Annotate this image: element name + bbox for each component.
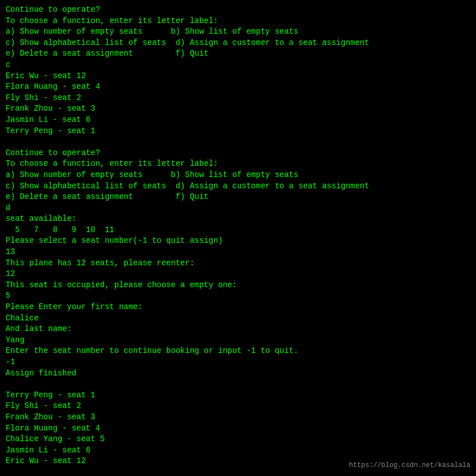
terminal-line: Please select a seat number(-1 to quit a… [6,236,223,245]
terminal-line: Terry Peng - seat 1 [6,391,96,400]
watermark: https://blog.csdn.net/kasalala [349,461,470,470]
terminal-line: 12 [6,269,15,278]
terminal-line: c) Show alphabetical list of seats d) As… [6,182,369,191]
terminal-line: e) Delete a seat assignment f) Quit [6,192,208,201]
terminal-line: Fly Shi - seat 2 [6,401,81,410]
terminal-line: -1 [6,357,15,366]
terminal-line: Enter the seat number to continue bookin… [6,346,298,355]
terminal-line: Fly Shi - seat 2 [6,93,81,102]
terminal-line: Frank Zhou - seat 3 [6,412,96,421]
terminal-line: c [6,60,10,69]
terminal-line: c) Show alphabetical list of seats d) As… [6,38,369,47]
terminal-line: Assign finished [6,369,76,378]
terminal-line: 13 [6,247,15,256]
terminal-line: Terry Peng - seat 1 [6,126,96,135]
terminal-line: And last name: [6,324,72,333]
terminal-line: Flora Huang - seat 4 [6,82,100,91]
terminal-line: This plane has 12 seats, please reenter: [6,259,194,268]
terminal-line: To choose a function, enter its letter l… [6,159,218,168]
terminal-output: Continue to operate? To choose a functio… [6,4,470,467]
terminal-line: Jasmin Li - seat 6 [6,446,90,455]
terminal-line: Continue to operate? [6,148,100,157]
terminal-line: 5 [6,291,10,300]
terminal-line: Eric Wu - seat 12 [6,456,86,465]
terminal-line: seat available: [6,214,76,223]
terminal-line: Please Enter your first name: [6,302,143,311]
terminal-line: Continue to operate? [6,5,100,14]
terminal-line: Chalice [6,314,39,323]
terminal-line: a) Show number of empty seats b) Show li… [6,170,298,179]
terminal-line: Chalice Yang - seat 5 [6,434,105,443]
terminal-line: Eric Wu - seat 12 [6,71,86,80]
terminal-line: d [6,203,10,212]
terminal-line: 5 7 8 9 10 11 [6,225,114,234]
terminal-line: This seat is occupied, please choose a e… [6,280,237,289]
terminal-line: e) Delete a seat assignment f) Quit [6,49,208,58]
terminal-line: Frank Zhou - seat 3 [6,104,96,113]
terminal-line: Yang [6,336,25,344]
terminal-line: To choose a function, enter its letter l… [6,16,218,25]
terminal-line: Jasmin Li - seat 6 [6,115,90,124]
terminal-line: a) Show number of empty seats b) Show li… [6,27,298,36]
terminal-line: Flora Huang - seat 4 [6,424,100,433]
